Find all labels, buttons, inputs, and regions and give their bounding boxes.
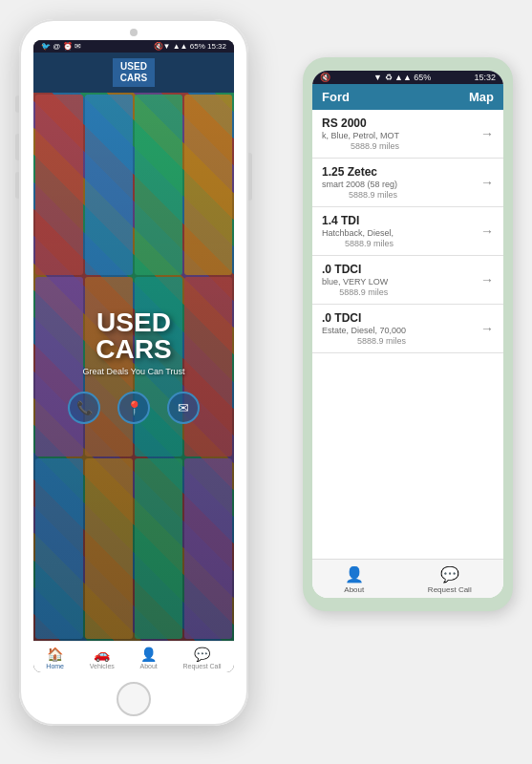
iphone-bottom-nav: 🏠 Home 🚗 Vehicles 👤 About 💬 Request Call bbox=[33, 641, 234, 672]
email-button[interactable]: ✉ bbox=[167, 392, 200, 424]
car-item-desc: blue, VERY LOW bbox=[322, 277, 388, 286]
request-call-icon: 💬 bbox=[440, 565, 459, 584]
app-logo-line2: CARS bbox=[120, 73, 147, 84]
car-item-info: RS 2000 k, Blue, Petrol, MOT 5888.9 mile… bbox=[322, 117, 399, 151]
car-item-miles: 5888.9 miles bbox=[322, 287, 388, 297]
phone-button[interactable]: 📞 bbox=[68, 392, 100, 424]
car-item-miles: 5888.9 miles bbox=[322, 190, 397, 200]
car-item-info: 1.25 Zetec smart 2008 (58 reg) 5888.9 mi… bbox=[322, 165, 397, 200]
status-icons: ▼ ♻ ▲▲ 65% bbox=[373, 73, 431, 82]
car-arrow-icon: → bbox=[480, 126, 494, 141]
car-item-info: .0 TDCI Estate, Diesel, 70,000 5888.9 mi… bbox=[322, 311, 406, 346]
car-arrow-icon: → bbox=[480, 223, 494, 239]
vol-down-button bbox=[15, 172, 19, 199]
car-item-title: 1.4 TDI bbox=[322, 214, 394, 227]
android-nav-request-call[interactable]: 💬 Request Call bbox=[428, 565, 472, 594]
mute-switch bbox=[15, 96, 19, 113]
status-time: 15:32 bbox=[474, 73, 496, 82]
car-item-title: .0 TDCI bbox=[322, 311, 406, 325]
car-item-title: 1.25 Zetec bbox=[322, 165, 397, 179]
hero-action-buttons: 📞 📍 ✉ bbox=[68, 392, 200, 424]
app-logo-line1: USED bbox=[120, 61, 147, 73]
hero-subtitle: Great Deals You Can Trust bbox=[82, 367, 184, 376]
android-nav-about-label: About bbox=[344, 585, 364, 594]
iphone-phone: 🐦 @ ⏰ ✉ 🔇▼ ▲▲ 65% 15:32 USED CARS USEDCA… bbox=[19, 19, 248, 726]
app-header: USED CARS bbox=[33, 53, 234, 93]
car-list: RS 2000 k, Blue, Petrol, MOT 5888.9 mile… bbox=[312, 110, 503, 559]
nav-request-call[interactable]: 💬 Request Call bbox=[183, 647, 222, 669]
home-icon: 🏠 bbox=[47, 647, 63, 662]
vol-up-button bbox=[15, 134, 19, 160]
iphone-screen: 🐦 @ ⏰ ✉ 🔇▼ ▲▲ 65% 15:32 USED CARS USEDCA… bbox=[33, 40, 234, 672]
car-item-miles: 5888.9 miles bbox=[322, 336, 406, 346]
home-button[interactable] bbox=[117, 682, 151, 716]
car-item-desc: k, Blue, Petrol, MOT bbox=[322, 131, 399, 140]
car-arrow-icon: → bbox=[480, 272, 494, 287]
nav-vehicles-label: Vehicles bbox=[90, 663, 115, 669]
hero-title: USEDCARS bbox=[82, 309, 184, 363]
car-item-desc: Hatchback, Diesel, bbox=[322, 228, 394, 238]
car-item-miles: 5888.9 miles bbox=[322, 239, 394, 248]
nav-request-label: Request Call bbox=[183, 663, 222, 669]
power-button bbox=[248, 153, 252, 201]
android-header-map: Map bbox=[469, 90, 494, 104]
nav-about[interactable]: 👤 About bbox=[140, 647, 158, 669]
android-header-brand: Ford bbox=[322, 90, 350, 104]
android-nav-about[interactable]: 👤 About bbox=[344, 565, 364, 594]
car-item-title: .0 TDCI bbox=[322, 263, 388, 276]
car-list-item[interactable]: 1.25 Zetec smart 2008 (58 reg) 5888.9 mi… bbox=[312, 159, 503, 207]
car-item-miles: 5888.9 miles bbox=[322, 141, 399, 151]
front-camera bbox=[130, 29, 138, 36]
nav-about-label: About bbox=[140, 663, 158, 669]
car-arrow-icon: → bbox=[480, 321, 494, 336]
about-nav-icon: 👤 bbox=[140, 647, 157, 662]
status-left: 🔇 bbox=[320, 73, 330, 82]
iphone-status-bar: 🐦 @ ⏰ ✉ 🔇▼ ▲▲ 65% 15:32 bbox=[33, 40, 234, 53]
car-list-item[interactable]: .0 TDCI blue, VERY LOW 5888.9 miles → bbox=[312, 256, 503, 305]
car-item-desc: smart 2008 (58 reg) bbox=[322, 180, 397, 189]
android-status-bar: 🔇 ▼ ♻ ▲▲ 65% 15:32 bbox=[312, 71, 503, 84]
iphone-status-left: 🐦 @ ⏰ ✉ bbox=[41, 42, 81, 51]
nav-home[interactable]: 🏠 Home bbox=[46, 647, 64, 669]
location-button[interactable]: 📍 bbox=[117, 392, 150, 424]
app-hero: USEDCARS Great Deals You Can Trust 📞 📍 ✉ bbox=[33, 93, 234, 641]
about-icon: 👤 bbox=[345, 565, 364, 584]
car-item-title: RS 2000 bbox=[322, 117, 399, 130]
car-list-item[interactable]: .0 TDCI Estate, Diesel, 70,000 5888.9 mi… bbox=[312, 305, 503, 353]
car-item-info: .0 TDCI blue, VERY LOW 5888.9 miles bbox=[322, 263, 388, 297]
nav-vehicles[interactable]: 🚗 Vehicles bbox=[90, 647, 115, 669]
android-phone: 🔇 ▼ ♻ ▲▲ 65% 15:32 Ford Map RS 2000 k, B… bbox=[303, 57, 513, 611]
app-logo: USED CARS bbox=[113, 58, 155, 87]
car-item-desc: Estate, Diesel, 70,000 bbox=[322, 326, 406, 335]
android-app-header: Ford Map bbox=[312, 84, 503, 110]
android-screen: 🔇 ▼ ♻ ▲▲ 65% 15:32 Ford Map RS 2000 k, B… bbox=[312, 71, 503, 598]
iphone-status-right: 🔇▼ ▲▲ 65% 15:32 bbox=[154, 42, 226, 51]
iphone-top bbox=[19, 19, 248, 40]
car-list-item[interactable]: 1.4 TDI Hatchback, Diesel, 5888.9 miles … bbox=[312, 207, 503, 256]
vehicles-icon: 🚗 bbox=[94, 647, 110, 662]
car-list-item[interactable]: RS 2000 k, Blue, Petrol, MOT 5888.9 mile… bbox=[312, 110, 503, 159]
hero-text: USEDCARS Great Deals You Can Trust bbox=[82, 309, 184, 376]
android-nav-request-label: Request Call bbox=[428, 585, 472, 594]
android-bottom-nav: 👤 About 💬 Request Call bbox=[312, 559, 503, 598]
car-item-info: 1.4 TDI Hatchback, Diesel, 5888.9 miles bbox=[322, 214, 394, 248]
nav-home-label: Home bbox=[46, 663, 64, 669]
request-call-nav-icon: 💬 bbox=[194, 647, 210, 662]
car-arrow-icon: → bbox=[480, 175, 494, 190]
